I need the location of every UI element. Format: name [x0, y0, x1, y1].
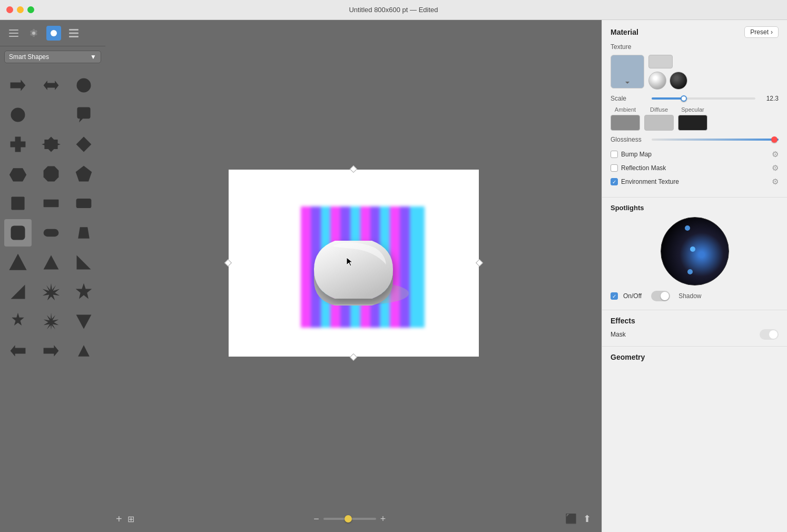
shape-triangle-up[interactable]: [4, 249, 32, 276]
shape-small-square[interactable]: [4, 190, 32, 217]
spotlight-dot-2[interactable]: [690, 247, 695, 252]
add-button[interactable]: +: [116, 513, 122, 525]
add-bar: + ⊞: [116, 513, 134, 525]
shape-star-burst[interactable]: [37, 308, 65, 335]
env-texture-settings-icon[interactable]: ⚙: [772, 177, 779, 186]
effects-section: Effects Mask: [602, 310, 787, 347]
shape-arrow-left-filled[interactable]: [4, 337, 32, 364]
texture-main-swatch[interactable]: [611, 55, 644, 88]
shape-ring[interactable]: [4, 101, 32, 129]
shape-circle[interactable]: [70, 72, 97, 99]
dropdown-label: Smart Shapes: [9, 53, 49, 61]
svg-rect-16: [11, 196, 24, 210]
handle-right[interactable]: [475, 259, 483, 267]
shape-speech-bubble[interactable]: [70, 101, 97, 129]
shape-burst[interactable]: [37, 278, 65, 306]
menu-icon[interactable]: [6, 26, 21, 41]
canvas-content[interactable]: [105, 20, 602, 506]
close-button[interactable]: [6, 6, 13, 13]
shape-rounded-square-selected[interactable]: [4, 219, 32, 247]
spotlight-dot-3[interactable]: [687, 269, 693, 274]
layers-icon[interactable]: [66, 26, 81, 41]
reflection-mask-left: Reflection Mask: [611, 164, 666, 172]
scale-slider[interactable]: [652, 97, 755, 100]
specular-label: Specular: [681, 106, 704, 113]
shape-pill[interactable]: [37, 219, 65, 247]
svg-marker-22: [11, 255, 26, 270]
shape-diagonal-stripe[interactable]: [4, 278, 32, 306]
diffuse-swatch[interactable]: [644, 115, 674, 131]
shapes-icon[interactable]: [46, 26, 61, 41]
canvas-document[interactable]: [229, 170, 479, 357]
shape-triangle-down[interactable]: [70, 308, 97, 335]
handle-bottom[interactable]: [350, 353, 357, 360]
shape-rectangle[interactable]: [37, 190, 65, 217]
svg-marker-23: [43, 255, 58, 270]
shape-badge[interactable]: [37, 131, 65, 158]
material-header: Material Preset ›: [611, 26, 779, 38]
shape-triangle-filled[interactable]: [37, 249, 65, 276]
specular-swatch[interactable]: [678, 115, 707, 131]
material-swatches: Ambient Diffuse Specular: [611, 106, 779, 131]
zoom-thumb[interactable]: [345, 515, 352, 523]
handle-top[interactable]: [350, 165, 357, 172]
texture-ball-dark[interactable]: [670, 72, 687, 90]
shape-cross[interactable]: [4, 131, 32, 158]
ambient-swatch[interactable]: [611, 115, 640, 131]
shape-octagon[interactable]: [37, 160, 65, 188]
texture-small-swatch[interactable]: [648, 55, 673, 68]
shape-star-5[interactable]: [70, 278, 97, 306]
svg-rect-18: [76, 199, 92, 208]
environment-texture-checkbox[interactable]: [611, 178, 618, 185]
mask-toggle[interactable]: [760, 329, 779, 340]
spotlight-ball[interactable]: [661, 217, 729, 285]
shape-arrow-right-filled[interactable]: [37, 337, 65, 364]
svg-rect-4: [69, 29, 78, 31]
svg-marker-11: [42, 137, 61, 152]
diffuse-col: Diffuse: [644, 106, 674, 131]
shapes-dropdown[interactable]: Smart Shapes ▼: [4, 51, 101, 63]
svg-marker-32: [43, 345, 58, 357]
shape-star-6[interactable]: [4, 308, 32, 335]
spotlight-dot-1[interactable]: [685, 225, 690, 231]
window-controls[interactable]: [6, 6, 34, 13]
shape-rounded-rectangle[interactable]: [70, 190, 97, 217]
glossiness-slider[interactable]: [652, 139, 779, 141]
onoff-checkbox[interactable]: [611, 292, 618, 300]
svg-marker-33: [78, 345, 90, 357]
share-icon[interactable]: ⬆: [583, 513, 591, 525]
bump-map-settings-icon[interactable]: ⚙: [772, 150, 779, 159]
svg-marker-7: [11, 80, 26, 91]
canvas-object[interactable]: [290, 201, 417, 325]
svg-rect-1: [9, 33, 18, 34]
reflection-mask-settings-icon[interactable]: ⚙: [772, 163, 779, 173]
table-icon[interactable]: ⊞: [127, 514, 134, 524]
diffuse-label: Diffuse: [650, 106, 668, 113]
export-icon[interactable]: ⬛: [565, 513, 577, 525]
handle-left[interactable]: [224, 259, 231, 267]
shape-triangle-small[interactable]: [70, 337, 97, 364]
shape-crescent[interactable]: [37, 101, 65, 129]
minimize-button[interactable]: [17, 6, 24, 13]
shape-arrow-right[interactable]: [4, 72, 32, 99]
shape-diamond[interactable]: [70, 131, 97, 158]
bump-map-checkbox[interactable]: [611, 151, 618, 158]
shape-right-triangle[interactable]: [70, 249, 97, 276]
shape-hexagon[interactable]: [4, 160, 32, 188]
preset-arrow-icon: ›: [771, 28, 773, 36]
maximize-button[interactable]: [27, 6, 34, 13]
shape-trapezoid[interactable]: [70, 219, 97, 247]
zoom-slider[interactable]: [323, 518, 376, 520]
shape-pentagon[interactable]: [70, 160, 97, 188]
zoom-out-icon[interactable]: −: [313, 514, 319, 525]
preset-button[interactable]: Preset ›: [744, 26, 779, 38]
svg-rect-2: [9, 36, 18, 37]
reflection-mask-checkbox[interactable]: [611, 164, 618, 172]
svg-marker-13: [9, 168, 26, 181]
texture-ball-light[interactable]: [648, 72, 666, 90]
zoom-in-icon[interactable]: +: [380, 514, 386, 525]
shadow-toggle[interactable]: [651, 291, 670, 301]
settings-icon[interactable]: [26, 26, 41, 41]
shape-arrow-double[interactable]: [37, 72, 65, 99]
svg-marker-21: [78, 227, 90, 239]
